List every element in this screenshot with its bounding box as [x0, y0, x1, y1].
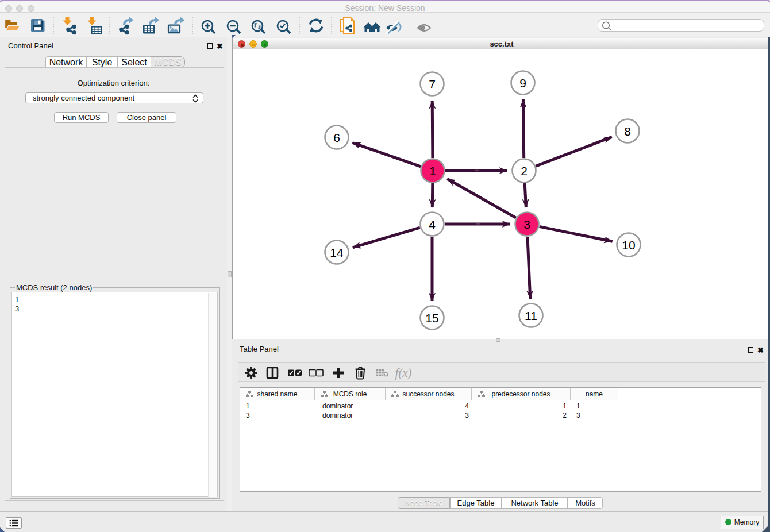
svg-text:3: 3 [523, 218, 530, 231]
svg-text:2: 2 [521, 164, 528, 178]
svg-text:14: 14 [330, 246, 344, 259]
svg-text:f(x): f(x) [395, 366, 411, 380]
svg-text:6: 6 [333, 131, 340, 144]
svg-text:1: 1 [429, 164, 436, 178]
svg-text:8: 8 [624, 125, 631, 138]
svg-text:4: 4 [429, 218, 436, 231]
svg-text:15: 15 [425, 311, 438, 325]
svg-text:7: 7 [429, 78, 436, 91]
svg-text:11: 11 [525, 309, 537, 322]
svg-text:9: 9 [519, 76, 526, 90]
svg-text:10: 10 [622, 238, 635, 252]
